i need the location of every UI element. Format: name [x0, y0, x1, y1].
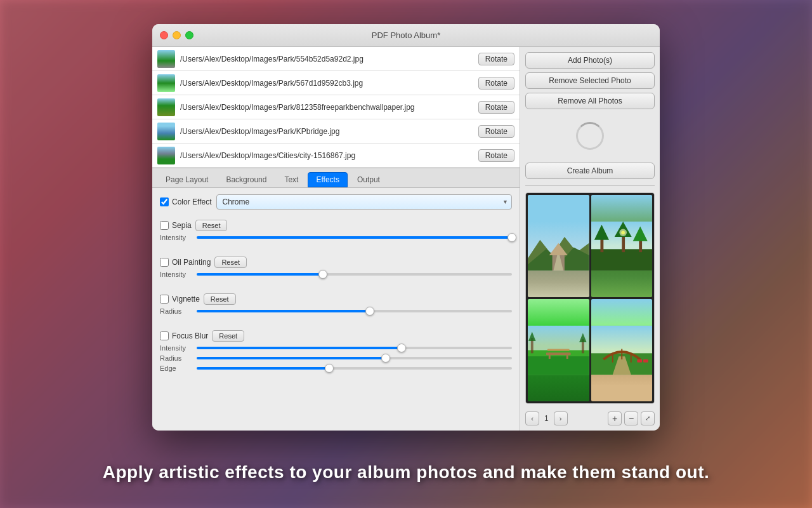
oil-painting-checkbox[interactable] — [160, 258, 169, 267]
oil-painting-header: Oil Painting Reset — [160, 257, 512, 268]
color-effect-select[interactable]: Chrome Fade Instant Mono Noir Process To… — [216, 194, 512, 210]
titlebar: PDF Photo Album* — [152, 24, 660, 47]
rotate-button-0[interactable]: Rotate — [478, 53, 514, 65]
sepia-intensity-label: Intensity — [160, 234, 197, 241]
preview-cell-4 — [591, 299, 653, 401]
rotate-button-1[interactable]: Rotate — [478, 77, 514, 90]
photo-thumb-1 — [157, 74, 175, 92]
svg-rect-34 — [643, 359, 648, 363]
oil-painting-intensity-fill — [197, 273, 323, 276]
sepia-section: Sepia Reset Intensity — [160, 216, 512, 248]
focus-blur-edge-thumb[interactable] — [325, 364, 334, 373]
oil-painting-label: Oil Painting — [172, 258, 211, 267]
zoom-out-button[interactable]: − — [624, 411, 638, 425]
remove-selected-button[interactable]: Remove Selected Photo — [525, 72, 655, 89]
photo-thumb-3 — [157, 123, 175, 140]
preview-nav: ‹ 1 › + − ⤢ — [525, 411, 655, 425]
sepia-checkbox[interactable] — [160, 221, 169, 230]
svg-rect-22 — [566, 352, 568, 359]
focus-blur-header: Focus Blur Reset — [160, 330, 512, 342]
zoom-in-button[interactable]: + — [608, 411, 622, 425]
focus-blur-radius-fill — [197, 357, 386, 359]
svg-rect-33 — [637, 359, 642, 363]
minimize-button[interactable] — [173, 31, 181, 39]
color-effect-checkbox-label[interactable]: Color Effect — [160, 197, 211, 206]
focus-blur-intensity-track — [197, 347, 512, 349]
vignette-radius-thumb[interactable] — [365, 307, 374, 316]
oil-painting-intensity-thumb[interactable] — [318, 270, 327, 279]
focus-blur-edge-fill — [197, 367, 329, 370]
rotate-button-2[interactable]: Rotate — [478, 101, 514, 114]
vignette-checkbox-label[interactable]: Vignette — [160, 295, 200, 304]
vignette-radius-row: Radius — [160, 307, 512, 315]
create-album-button[interactable]: Create Album — [525, 163, 655, 179]
sepia-intensity-row: Intensity — [160, 234, 512, 241]
photo-list[interactable]: /Users/Alex/Desktop/Images/Park/554b52d5… — [152, 47, 520, 168]
effects-panel: Color Effect Chrome Fade Instant Mono No… — [152, 188, 520, 431]
photo-path-4: /Users/Alex/Desktop/Images/Cities/city-1… — [180, 151, 475, 160]
photo-item-4[interactable]: /Users/Alex/Desktop/Images/Cities/city-1… — [152, 144, 520, 168]
vignette-radius-fill — [197, 310, 370, 312]
preview-grid — [526, 193, 654, 403]
focus-blur-reset-button[interactable]: Reset — [212, 330, 244, 342]
vignette-checkbox[interactable] — [160, 295, 169, 304]
photo-path-3: /Users/Alex/Desktop/Images/Park/KPbridge… — [180, 127, 475, 136]
photo-thumb-2 — [157, 98, 175, 116]
zoom-fit-button[interactable]: ⤢ — [641, 411, 655, 425]
tab-background[interactable]: Background — [218, 172, 275, 187]
maximize-button[interactable] — [185, 31, 193, 39]
svg-point-15 — [621, 231, 625, 234]
focus-blur-radius-thumb[interactable] — [381, 354, 390, 363]
tab-text[interactable]: Text — [276, 172, 306, 187]
tabs-bar: Page Layout Background Text Effects Outp… — [152, 168, 520, 188]
focus-blur-section: Focus Blur Reset Intensity — [160, 326, 512, 378]
tab-effects[interactable]: Effects — [308, 172, 347, 187]
sepia-checkbox-label[interactable]: Sepia — [160, 221, 192, 230]
oil-painting-checkbox-label[interactable]: Oil Painting — [160, 258, 211, 267]
sepia-intensity-track — [197, 236, 512, 239]
svg-rect-20 — [547, 349, 570, 351]
add-photos-button[interactable]: Add Photo(s) — [525, 52, 655, 69]
focus-blur-checkbox[interactable] — [160, 331, 169, 340]
right-panel: Add Photo(s) Remove Selected Photo Remov… — [520, 47, 660, 431]
divider — [525, 185, 655, 186]
oil-painting-section: Oil Painting Reset Intensity — [160, 253, 512, 284]
color-effect-row: Color Effect Chrome Fade Instant Mono No… — [160, 194, 512, 210]
app-window: PDF Photo Album* /Users/Alex/Desktop/Ima… — [152, 24, 660, 431]
sepia-intensity-thumb[interactable] — [508, 233, 516, 242]
focus-blur-checkbox-label[interactable]: Focus Blur — [160, 331, 208, 340]
photo-item-2[interactable]: /Users/Alex/Desktop/Images/Park/812358fr… — [152, 95, 520, 119]
oil-painting-reset-button[interactable]: Reset — [214, 257, 247, 268]
rotate-button-3[interactable]: Rotate — [478, 125, 514, 138]
color-effect-checkbox[interactable] — [160, 197, 169, 206]
spinner — [576, 122, 604, 150]
focus-blur-radius-track — [197, 357, 512, 359]
photo-item-0[interactable]: /Users/Alex/Desktop/Images/Park/554b52d5… — [152, 47, 520, 71]
prev-page-button[interactable]: ‹ — [525, 411, 539, 425]
sepia-intensity-fill — [197, 236, 512, 239]
focus-blur-intensity-thumb[interactable] — [397, 344, 406, 352]
caption-area: Apply artistic effects to your album pho… — [0, 462, 812, 483]
preview-area — [525, 192, 655, 404]
page-nav-group: ‹ 1 › — [525, 411, 568, 425]
photo-path-0: /Users/Alex/Desktop/Images/Park/554b52d5… — [180, 55, 475, 64]
remove-all-button[interactable]: Remove All Photos — [525, 93, 655, 109]
window-title: PDF Photo Album* — [372, 30, 440, 40]
sepia-reset-button[interactable]: Reset — [195, 220, 228, 231]
photo-item-3[interactable]: /Users/Alex/Desktop/Images/Park/KPbridge… — [152, 119, 520, 144]
photo-thumb-4 — [157, 147, 175, 164]
tab-output[interactable]: Output — [349, 172, 388, 187]
svg-rect-18 — [528, 356, 589, 375]
preview-cell-2 — [591, 195, 653, 297]
traffic-lights — [160, 31, 193, 39]
close-button[interactable] — [160, 31, 168, 39]
next-page-button[interactable]: › — [554, 411, 568, 425]
page-number: 1 — [539, 414, 554, 423]
focus-blur-edge-row: Edge — [160, 364, 512, 372]
tab-page-layout[interactable]: Page Layout — [157, 172, 216, 187]
photo-item-1[interactable]: /Users/Alex/Desktop/Images/Park/567d1d95… — [152, 71, 520, 95]
preview-cell-1 — [528, 195, 589, 297]
rotate-button-4[interactable]: Rotate — [478, 149, 514, 162]
focus-blur-radius-row: Radius — [160, 354, 512, 362]
vignette-reset-button[interactable]: Reset — [204, 293, 236, 305]
